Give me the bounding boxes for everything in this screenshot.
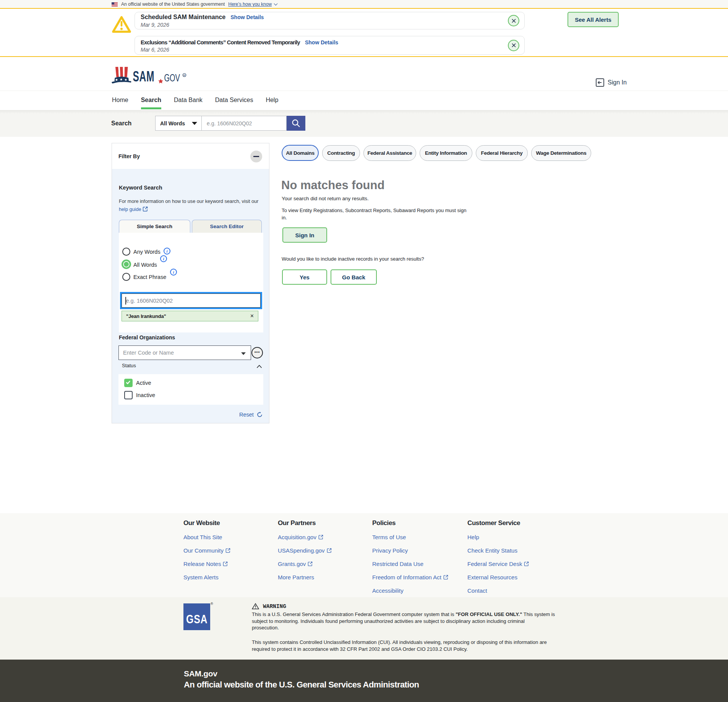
svg-text:GOV: GOV — [164, 71, 180, 84]
svg-text:®: ® — [211, 602, 213, 606]
svg-text:GSA: GSA — [186, 612, 208, 626]
svg-text:SAM: SAM — [133, 68, 155, 84]
svg-text:R: R — [183, 74, 186, 77]
